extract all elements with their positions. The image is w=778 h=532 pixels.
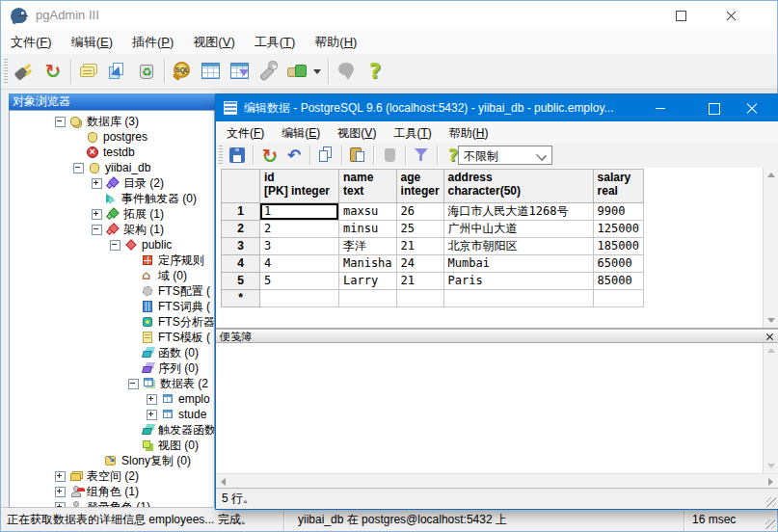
tree-item[interactable]: 数据库 (3): [10, 114, 214, 129]
grid-cell[interactable]: 185000: [593, 238, 643, 255]
resize-grip[interactable]: [765, 519, 775, 529]
menu-item-5[interactable]: 工具(T): [245, 30, 306, 51]
expand-icon[interactable]: [55, 487, 66, 497]
grid-cell[interactable]: [443, 290, 593, 307]
grid-cell[interactable]: Manisha: [339, 255, 397, 273]
grid-cell[interactable]: 25: [396, 221, 443, 238]
tree-item[interactable]: Slony复制 (0): [10, 453, 214, 468]
minimize-button[interactable]: [1, 1, 44, 30]
tree-item[interactable]: 表空间 (2): [10, 468, 214, 484]
menu-item-6[interactable]: 帮助(H): [305, 30, 366, 51]
grid-cell[interactable]: 65000: [593, 255, 643, 273]
grid-cell[interactable]: 北京市朝阳区: [443, 238, 593, 255]
tree-item[interactable]: FTS配置 (: [10, 283, 214, 299]
grid-cell[interactable]: 广州中山大道: [443, 221, 593, 238]
tree-item[interactable]: 序列 (0): [10, 360, 214, 376]
menu-item-1[interactable]: 文件(F): [218, 121, 273, 142]
row-number-cell[interactable]: 2: [222, 221, 260, 238]
scroll-left-icon[interactable]: [221, 478, 226, 486]
grid-cell[interactable]: maxsu: [339, 203, 397, 221]
grid-cell[interactable]: Larry: [339, 273, 397, 290]
grid-cell[interactable]: Paris: [443, 273, 593, 290]
copy-button[interactable]: [313, 144, 338, 167]
paste-button[interactable]: [345, 144, 370, 167]
column-header[interactable]: ageinteger: [396, 170, 443, 203]
tree-item[interactable]: emplo: [10, 391, 214, 407]
grid-cell[interactable]: Mumbai: [443, 255, 593, 273]
tree-item[interactable]: 视图 (0): [10, 438, 214, 453]
tools-button[interactable]: [255, 57, 283, 86]
tree-item[interactable]: 触发器函数: [10, 422, 214, 438]
tree-item[interactable]: FTS模板 (: [10, 330, 214, 345]
collapse-icon[interactable]: [128, 379, 139, 389]
connect-button[interactable]: [10, 57, 39, 86]
column-header[interactable]: salaryreal: [593, 170, 643, 203]
grid-cell[interactable]: 李洋: [339, 238, 397, 255]
tree-item[interactable]: FTS词典 (: [10, 299, 214, 314]
close-button[interactable]: [709, 1, 752, 30]
refresh2-button[interactable]: [256, 144, 282, 167]
tree-item[interactable]: 定序规则: [10, 253, 214, 268]
child-close-button[interactable]: [735, 94, 769, 121]
scratchpad-vertical-scrollbar[interactable]: [763, 343, 778, 473]
collapse-icon[interactable]: [110, 240, 121, 251]
grid-cell[interactable]: 5: [260, 273, 339, 290]
properties-button[interactable]: [74, 57, 103, 86]
column-header[interactable]: addresscharacter(50): [443, 170, 593, 203]
expand-icon[interactable]: [147, 410, 157, 420]
collapse-icon[interactable]: [73, 163, 84, 173]
export-button[interactable]: [103, 57, 132, 86]
drop-button[interactable]: [132, 57, 161, 86]
menu-item-2[interactable]: 编辑(E): [62, 30, 122, 51]
menu-item-2[interactable]: 编辑(E): [273, 121, 329, 142]
scroll-down-icon[interactable]: [767, 318, 775, 323]
view-data-button[interactable]: [197, 57, 226, 86]
grid-cell[interactable]: 1: [260, 203, 339, 221]
filter-button[interactable]: [409, 144, 434, 167]
tree-item[interactable]: 函数 (0): [10, 345, 214, 360]
row-number-cell[interactable]: 1: [222, 203, 260, 221]
tree-item[interactable]: stude: [10, 407, 214, 422]
tree-item[interactable]: public: [10, 237, 214, 253]
expand-icon[interactable]: [92, 178, 102, 189]
row-number-cell[interactable]: 4: [222, 255, 260, 273]
scratchpad-text-area[interactable]: [216, 343, 778, 473]
grid-cell[interactable]: 24: [396, 255, 443, 273]
grid-cell[interactable]: [396, 290, 443, 307]
menu-item-3[interactable]: 视图(V): [329, 121, 385, 142]
scroll-up-icon[interactable]: [767, 173, 775, 177]
toolbar-grip[interactable]: [219, 146, 223, 165]
row-limit-combobox[interactable]: 不限制: [458, 146, 552, 165]
grid-cell[interactable]: [593, 290, 643, 307]
tree-item[interactable]: 域 (0): [10, 268, 214, 283]
child-resize-grip[interactable]: [766, 497, 776, 507]
tree-item[interactable]: 架构 (1): [10, 222, 214, 237]
scroll-down-icon[interactable]: [767, 464, 775, 468]
collapse-icon[interactable]: [55, 117, 66, 127]
tree-item[interactable]: 数据表 (2: [10, 376, 214, 391]
undo-button[interactable]: [282, 144, 307, 167]
help-button[interactable]: [361, 57, 389, 86]
tree-item[interactable]: 事件触发器 (0): [10, 191, 214, 206]
grid-cell[interactable]: 21: [396, 273, 443, 290]
grid-cell[interactable]: 26: [396, 203, 443, 221]
grid-cell[interactable]: 21: [396, 238, 443, 255]
column-header[interactable]: nametext: [339, 170, 397, 203]
menu-item-1[interactable]: 文件(F): [1, 30, 62, 51]
row-number-cell[interactable]: *: [222, 290, 260, 307]
grid-cell[interactable]: 3: [260, 238, 339, 255]
refresh-button[interactable]: [39, 57, 67, 86]
expand-icon[interactable]: [92, 209, 102, 220]
toolbar-grip[interactable]: [4, 59, 8, 84]
menu-item-5[interactable]: 帮助(H): [441, 121, 497, 142]
row-number-cell[interactable]: 5: [222, 273, 260, 290]
tree-item[interactable]: 目录 (2): [10, 175, 214, 191]
child-maximize-button[interactable]: [696, 94, 731, 121]
filter-data-button[interactable]: [226, 57, 255, 86]
grid-cell[interactable]: minsu: [339, 221, 397, 238]
grid-cell[interactable]: 9900: [593, 203, 643, 221]
tree-item[interactable]: postgres: [10, 129, 214, 145]
plugins-button[interactable]: [283, 57, 312, 86]
tree-item[interactable]: 组角色 (1): [10, 484, 214, 499]
menu-item-4[interactable]: 工具(T): [385, 121, 440, 142]
